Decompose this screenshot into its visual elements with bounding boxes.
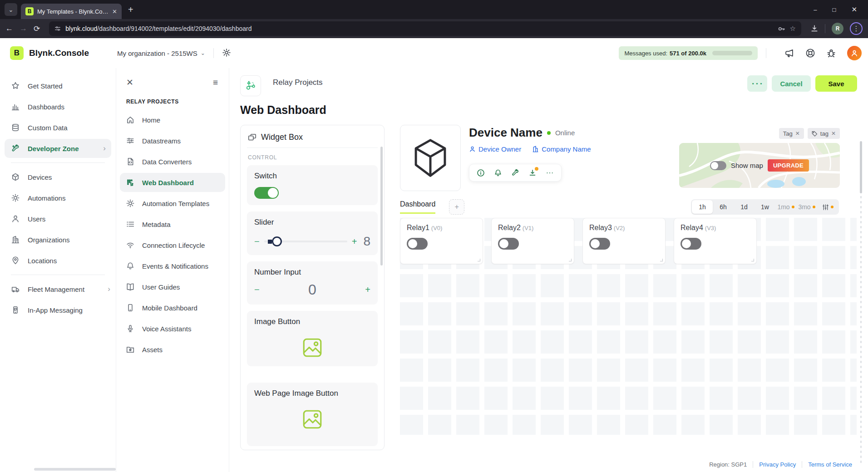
sidebar-item-locations[interactable]: Locations bbox=[0, 251, 116, 270]
template-nav-metadata[interactable]: Metadata bbox=[116, 215, 229, 234]
plus-icon[interactable]: + bbox=[352, 236, 357, 247]
tag-chip[interactable]: tag ✕ bbox=[808, 128, 840, 139]
browser-tab[interactable]: B My Templates - Blynk.Console ✕ bbox=[21, 4, 122, 19]
device-owner-link[interactable]: Device Owner bbox=[469, 145, 521, 153]
relay-widget[interactable]: Relay4(V3) bbox=[674, 218, 757, 264]
blynk-logo[interactable]: B bbox=[10, 46, 24, 60]
time-range-6h[interactable]: 6h bbox=[713, 200, 734, 214]
password-key-icon[interactable] bbox=[778, 25, 785, 33]
reload-button[interactable]: ⟳ bbox=[34, 24, 40, 34]
device-more-icon[interactable] bbox=[546, 169, 554, 177]
back-button[interactable]: ← bbox=[5, 24, 13, 33]
resize-handle[interactable] bbox=[751, 259, 754, 261]
minimize-button[interactable]: – bbox=[814, 6, 817, 13]
sidebar-item-automations[interactable]: Automations bbox=[0, 188, 116, 207]
sidebar-item-custom-data[interactable]: Custom Data bbox=[0, 118, 116, 137]
widget-web-image-button-card[interactable]: Web Page Image Button bbox=[247, 383, 378, 446]
support-lifebuoy-icon[interactable] bbox=[805, 48, 815, 58]
terms-of-service-link[interactable]: Terms of Service bbox=[802, 461, 858, 468]
organization-selector[interactable]: My organization - 2515WS ⌄ bbox=[117, 49, 205, 57]
template-nav-datastreams[interactable]: Datastreams bbox=[116, 131, 229, 150]
relay-switch[interactable] bbox=[498, 238, 519, 250]
sidebar-item-fleet-management[interactable]: Fleet Management › bbox=[0, 280, 116, 299]
remove-tag-icon[interactable]: ✕ bbox=[831, 130, 836, 137]
maximize-button[interactable]: □ bbox=[833, 6, 836, 13]
resize-handle[interactable] bbox=[660, 259, 663, 261]
sidebar-item-dashboards[interactable]: Dashboards bbox=[0, 97, 116, 116]
sidebar-item-users[interactable]: Users bbox=[0, 209, 116, 228]
sidebar-item-developer-zone[interactable]: Developer Zone › bbox=[5, 139, 111, 158]
close-button[interactable]: ✕ bbox=[851, 5, 857, 14]
resize-handle[interactable] bbox=[478, 259, 480, 261]
sidebar-item-organizations[interactable]: Organizations bbox=[0, 230, 116, 249]
announcements-megaphone-icon[interactable] bbox=[784, 48, 794, 58]
plus-icon[interactable]: + bbox=[365, 285, 370, 295]
relay-widget[interactable]: Relay2(V1) bbox=[491, 218, 574, 264]
widget-switch-card[interactable]: Switch bbox=[247, 165, 378, 205]
minus-icon[interactable]: − bbox=[254, 285, 260, 295]
widget-box-scrollbar[interactable] bbox=[380, 147, 383, 266]
widget-grid[interactable]: Relay1(V0) Relay2(V1) Relay3(V2) bbox=[400, 218, 857, 435]
widget-number-input-card[interactable]: Number Input − 0 + bbox=[247, 261, 378, 305]
settings-gear-icon[interactable] bbox=[222, 48, 232, 58]
template-nav-voice-assistants[interactable]: Voice Assistants bbox=[116, 319, 229, 338]
upgrade-button[interactable]: UPGRADE bbox=[768, 159, 809, 172]
template-nav-home[interactable]: Home bbox=[116, 110, 229, 129]
switch-toggle[interactable] bbox=[254, 187, 279, 199]
site-permissions-icon[interactable] bbox=[54, 25, 61, 32]
time-range-1h[interactable]: 1h bbox=[692, 200, 713, 214]
relay-switch[interactable] bbox=[589, 238, 610, 250]
tab-list-button[interactable]: ⌄ bbox=[5, 3, 17, 16]
more-actions-button[interactable]: • • • bbox=[747, 75, 767, 92]
downloads-icon[interactable] bbox=[810, 25, 819, 33]
relay-switch[interactable] bbox=[407, 238, 428, 250]
close-template-icon[interactable]: ✕ bbox=[126, 77, 133, 88]
relay-widget[interactable]: Relay1(V0) bbox=[400, 218, 483, 264]
template-nav-automation-templates[interactable]: Automation Templates bbox=[116, 194, 229, 213]
sidebar-horizontal-scrollbar[interactable] bbox=[34, 468, 116, 471]
report-bug-icon[interactable] bbox=[826, 48, 836, 58]
relay-widget[interactable]: Relay3(V2) bbox=[582, 218, 666, 264]
sidebar-item-get-started[interactable]: Get Started bbox=[0, 76, 116, 95]
template-nav-connection-lifecycle[interactable]: Connection Lifecycle bbox=[116, 236, 229, 255]
widget-slider-card[interactable]: Slider − + 8 bbox=[247, 211, 378, 255]
template-menu-icon[interactable]: ≡ bbox=[213, 78, 218, 88]
content-scrollbar-thumb[interactable] bbox=[860, 141, 862, 193]
sidebar-item-in-app-messaging[interactable]: In-App Messaging bbox=[0, 300, 116, 320]
privacy-policy-link[interactable]: Privacy Policy bbox=[753, 461, 802, 468]
tag-chip[interactable]: Tag ✕ bbox=[779, 128, 804, 139]
cancel-button[interactable]: Cancel bbox=[772, 75, 811, 92]
template-nav-user-guides[interactable]: User Guides bbox=[116, 277, 229, 296]
browser-profile-avatar[interactable]: R bbox=[832, 23, 843, 34]
bookmark-star-icon[interactable]: ☆ bbox=[790, 25, 796, 33]
new-tab-button[interactable]: + bbox=[128, 5, 133, 15]
template-nav-events-notifications[interactable]: Events & Notifications bbox=[116, 256, 229, 275]
resize-handle[interactable] bbox=[569, 259, 572, 261]
show-map-toggle[interactable] bbox=[710, 161, 726, 170]
device-download-icon[interactable] bbox=[528, 169, 537, 177]
browser-menu-button[interactable]: ⋮ bbox=[850, 22, 863, 35]
relay-switch[interactable] bbox=[681, 238, 701, 250]
device-notifications-icon[interactable] bbox=[494, 169, 502, 177]
dashboard-tab[interactable]: Dashboard bbox=[400, 200, 435, 214]
forward-button[interactable]: → bbox=[20, 24, 27, 33]
tab-close-icon[interactable]: ✕ bbox=[112, 8, 117, 15]
sidebar-item-devices[interactable]: Devices bbox=[0, 167, 116, 187]
time-range-3mo[interactable]: 3mo bbox=[796, 200, 817, 214]
slider-knob[interactable] bbox=[272, 236, 282, 246]
time-range-custom-filter[interactable] bbox=[817, 200, 838, 214]
company-name-link[interactable]: Company Name bbox=[532, 145, 591, 153]
user-avatar[interactable] bbox=[847, 46, 862, 60]
minus-icon[interactable]: − bbox=[254, 236, 260, 247]
template-nav-web-dashboard[interactable]: Web Dashboard bbox=[120, 173, 225, 192]
template-nav-data-converters[interactable]: Data Converters bbox=[116, 152, 229, 171]
device-developer-tools-icon[interactable] bbox=[511, 169, 519, 177]
add-tab-button[interactable]: + bbox=[449, 199, 464, 215]
time-range-1d[interactable]: 1d bbox=[734, 200, 755, 214]
widget-image-button-card[interactable]: Image Button bbox=[247, 311, 378, 366]
url-bar[interactable]: blynk.cloud/dashboard/914002/templates/e… bbox=[49, 21, 801, 36]
template-nav-mobile-dashboard[interactable]: Mobile Dashboard bbox=[116, 298, 229, 317]
save-button[interactable]: Save bbox=[815, 75, 857, 92]
device-info-icon[interactable] bbox=[477, 169, 485, 177]
time-range-1mo[interactable]: 1mo bbox=[775, 200, 796, 214]
